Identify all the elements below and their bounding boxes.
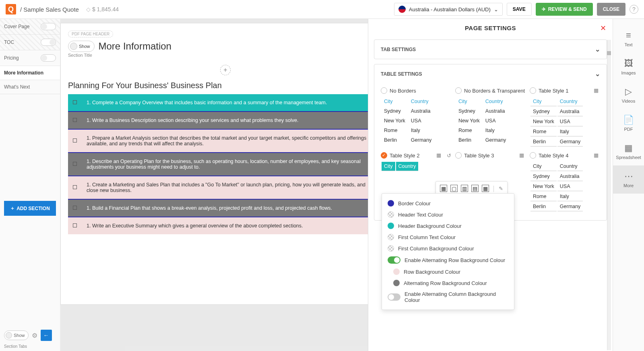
grid-icon[interactable]: ▦: [436, 152, 443, 159]
currency-selector[interactable]: Australia - Australian Dollars (AUD) ⌄: [394, 3, 503, 16]
review-send-button[interactable]: ✈ REVIEW & SEND: [536, 3, 593, 16]
alt-row-bg-option[interactable]: Alternating Row Background Colour: [388, 277, 508, 289]
checkbox[interactable]: [73, 100, 77, 104]
color-picker-icon[interactable]: ✎: [499, 186, 503, 192]
settings-title: PAGE SETTINGS: [465, 25, 516, 31]
tool-text[interactable]: ≡Text: [613, 25, 644, 53]
table-cell[interactable]: 1. Prepare a Market Analysis section tha…: [82, 129, 368, 153]
tool-images[interactable]: 🖼Images: [613, 53, 644, 81]
table-cell[interactable]: 1. Describe an Operating Plan for the bu…: [82, 153, 368, 176]
add-block-button[interactable]: +: [220, 65, 231, 75]
editor-canvas[interactable]: PDF PAGE HEADER Show More Information Se…: [60, 19, 368, 351]
toggle-switch[interactable]: [388, 256, 400, 264]
spreadsheet-icon: ▦: [624, 143, 633, 153]
radio[interactable]: [530, 87, 536, 94]
reset-icon[interactable]: ↺: [447, 153, 451, 159]
save-button[interactable]: SAVE: [507, 3, 532, 16]
app-logo[interactable]: Q: [6, 4, 16, 14]
visibility-toggle[interactable]: [41, 39, 56, 46]
close-button[interactable]: CLOSE: [597, 3, 625, 16]
border-inner-icon[interactable]: ▥: [461, 185, 468, 192]
table-cell[interactable]: 1. Complete a Company Overview that incl…: [82, 94, 368, 111]
close-icon[interactable]: ✕: [600, 24, 606, 33]
radio[interactable]: [381, 87, 387, 94]
color-option-first-col-text[interactable]: First Column Text Colour: [388, 231, 508, 243]
visibility-toggle[interactable]: [41, 54, 56, 62]
price-value: $ 1,845.44: [92, 6, 119, 12]
alt-row-toggle[interactable]: Enable Alternating Row Background Colour: [388, 254, 508, 266]
sidebar-item-toc[interactable]: TOC: [0, 35, 60, 50]
document-page: PDF PAGE HEADER Show More Information Se…: [60, 23, 368, 305]
currency-label: Australia - Australian Dollars (AUD): [409, 6, 491, 12]
checkbox[interactable]: [73, 223, 77, 227]
breadcrumb[interactable]: / Sample Sales Quote: [20, 6, 79, 13]
border-horizontal-icon[interactable]: ▤: [471, 185, 479, 192]
color-option-header-bg[interactable]: Header Background Colour: [388, 220, 508, 231]
chevron-down-icon: ⌄: [595, 70, 600, 78]
content-heading[interactable]: Planning For Your Business' Business Pla…: [61, 81, 368, 94]
horizontal-scrollbar[interactable]: [125, 346, 368, 351]
sections-sidebar: Cover Page TOC Pricing More Information …: [0, 19, 60, 351]
toggle-switch[interactable]: [388, 293, 400, 301]
tool-videos[interactable]: ▷Videos: [613, 81, 644, 109]
sidebar-item-cover-page[interactable]: Cover Page: [0, 19, 60, 35]
visibility-toggle[interactable]: [41, 23, 56, 30]
radio[interactable]: [455, 87, 462, 94]
border-all-icon[interactable]: ▦: [440, 185, 447, 192]
checkbox[interactable]: [73, 138, 77, 142]
radio[interactable]: [381, 152, 387, 159]
table-cell[interactable]: 1. Create a Marketing and Sales Plan tha…: [82, 176, 368, 199]
section-show-toggle[interactable]: Show: [68, 41, 95, 52]
vertical-scrollbar-track[interactable]: [607, 40, 611, 350]
tag-icon: ◇: [86, 6, 91, 12]
topbar: Q / Sample Sales Quote ◇ $ 1,845.44 Aust…: [0, 0, 644, 19]
tab-settings-accordion[interactable]: TAB SETTINGS ⌄: [374, 39, 607, 59]
radio[interactable]: [530, 152, 536, 159]
checkbox[interactable]: [73, 185, 77, 189]
radio[interactable]: [455, 152, 462, 159]
table-settings-header[interactable]: TABLE SETTINGS ⌄: [374, 64, 607, 83]
tool-more[interactable]: ⋯More: [613, 165, 644, 194]
settings-icon[interactable]: ⚙: [32, 332, 37, 339]
video-icon: ▷: [625, 87, 632, 97]
tool-pdf[interactable]: 📄PDF: [613, 109, 644, 137]
grid-icon[interactable]: ▦: [519, 152, 526, 159]
scroll-up-arrow[interactable]: [607, 51, 611, 55]
table-cell[interactable]: 1. Write an Executive Summary which give…: [82, 217, 368, 234]
show-toggle[interactable]: Show: [4, 330, 29, 340]
table-cell[interactable]: 1. Write a Business Description section …: [82, 111, 368, 129]
section-title[interactable]: More Information: [99, 41, 171, 52]
checkbox[interactable]: [73, 118, 77, 122]
sidebar-item-whats-next[interactable]: What's Next: [0, 80, 60, 94]
table-cell[interactable]: 1. Build a Financial Plan that shows a b…: [82, 199, 368, 217]
plus-icon: ＋: [10, 205, 15, 212]
swatch-icon: [393, 268, 400, 275]
tool-spreadsheet[interactable]: ▦Spreadsheet: [613, 137, 644, 165]
help-icon[interactable]: ?: [630, 5, 638, 14]
swatch-icon: [388, 211, 394, 218]
add-section-button[interactable]: ＋ ADD SECTION: [4, 201, 56, 216]
border-outer-icon[interactable]: ▢: [450, 185, 458, 192]
swatch-icon: [388, 245, 394, 252]
sidebar-item-more-information[interactable]: More Information: [0, 66, 60, 80]
sidebar-item-pricing[interactable]: Pricing: [0, 50, 60, 66]
grid-icon[interactable]: ▦: [594, 152, 600, 159]
style-no-borders[interactable]: No Borders CityCountry SydneyAustralia N…: [381, 87, 451, 147]
send-icon: ✈: [542, 6, 546, 12]
style-no-borders-transparent[interactable]: No Borders & Transparent CityCountry Syd…: [455, 87, 526, 147]
alt-col-toggle[interactable]: Enable Alternating Column Background Col…: [388, 289, 508, 306]
checkbox[interactable]: [73, 162, 77, 166]
grid-icon[interactable]: ▦: [594, 87, 600, 94]
plan-table[interactable]: 1. Complete a Company Overview that incl…: [68, 94, 368, 234]
row-bg-option[interactable]: Row Background Colour: [388, 266, 508, 277]
checkbox[interactable]: [73, 206, 77, 210]
color-option-first-col-bg[interactable]: First Column Background Colour: [388, 243, 508, 254]
style-table-1[interactable]: Table Style 1▦ CityCountry SydneyAustral…: [530, 87, 600, 147]
style-table-4[interactable]: Table Style 4▦ CityCountry SydneyAustral…: [530, 152, 600, 212]
section-subtitle: Section Title: [61, 53, 368, 62]
color-option-header-text[interactable]: Header Text Colour: [388, 209, 508, 220]
border-vertical-icon[interactable]: ▦: [482, 185, 489, 192]
color-option-border[interactable]: Border Colour: [388, 198, 508, 209]
pdf-icon: 📄: [623, 115, 634, 125]
back-button[interactable]: ←: [41, 330, 52, 341]
